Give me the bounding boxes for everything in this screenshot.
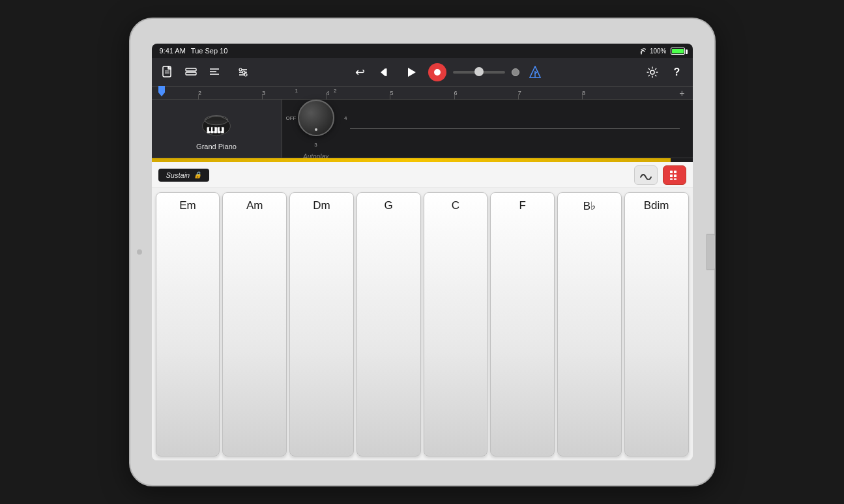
wifi-icon bbox=[637, 48, 646, 55]
timeline-content bbox=[350, 106, 680, 151]
chord-label-7: Bdim bbox=[644, 199, 669, 212]
svg-marker-22 bbox=[158, 86, 165, 96]
battery-pct: 100% bbox=[650, 48, 667, 55]
svg-rect-37 bbox=[674, 175, 677, 177]
chord-label-3: G bbox=[385, 199, 393, 212]
toolbar-center: ↩ bbox=[256, 62, 639, 83]
knob-label-off: OFF bbox=[286, 115, 297, 121]
tick-5 bbox=[454, 94, 455, 100]
chord-key-6[interactable]: B♭ bbox=[557, 192, 622, 456]
mixer-button[interactable] bbox=[234, 63, 252, 81]
svg-point-12 bbox=[239, 68, 242, 71]
svg-rect-35 bbox=[674, 171, 677, 173]
svg-point-13 bbox=[242, 71, 245, 74]
progress-bar-fill bbox=[152, 158, 671, 162]
home-button[interactable] bbox=[706, 234, 716, 270]
chord-label-5: F bbox=[519, 199, 525, 212]
status-left: 9:41 AM Tue Sep 10 bbox=[160, 47, 228, 55]
help-button[interactable]: ? bbox=[668, 63, 686, 81]
tick-2 bbox=[262, 94, 263, 100]
svg-marker-15 bbox=[381, 68, 385, 76]
chord-key-1[interactable]: Am bbox=[222, 192, 287, 456]
play-button[interactable] bbox=[401, 62, 422, 83]
track-view-button[interactable] bbox=[182, 63, 200, 81]
volume-slider[interactable] bbox=[453, 71, 505, 74]
knob-container: 1 2 OFF 3 4 bbox=[295, 97, 337, 139]
knob-label-2: 2 bbox=[334, 88, 336, 94]
track-row: Grand Piano 1 2 OFF 3 4 bbox=[152, 100, 693, 158]
toolbar-right: ? bbox=[643, 63, 686, 81]
ruler: 2 3 4 5 6 7 8 + bbox=[152, 87, 693, 100]
svg-rect-32 bbox=[220, 127, 222, 131]
track-name: Grand Piano bbox=[196, 143, 237, 150]
svg-point-21 bbox=[650, 70, 654, 74]
knob-dot bbox=[315, 128, 317, 131]
status-date: Tue Sep 10 bbox=[191, 47, 227, 55]
ipad-screen: 9:41 AM Tue Sep 10 100% bbox=[152, 44, 693, 460]
svg-marker-17 bbox=[408, 68, 416, 77]
sustain-button[interactable]: Sustain 🔒 bbox=[158, 169, 210, 182]
svg-rect-34 bbox=[670, 171, 673, 173]
status-right: 100% bbox=[637, 48, 685, 55]
volume-circle bbox=[512, 68, 519, 76]
tick-1 bbox=[198, 94, 199, 100]
tick-4 bbox=[390, 94, 390, 100]
volume-thumb bbox=[474, 67, 484, 76]
toolbar: ↩ bbox=[152, 58, 693, 87]
svg-rect-31 bbox=[212, 127, 214, 131]
ipad-frame: 9:41 AM Tue Sep 10 100% bbox=[129, 18, 716, 486]
track-header[interactable]: Grand Piano bbox=[152, 100, 282, 158]
chord-label-1: Am bbox=[246, 199, 263, 212]
knob-label-4: 4 bbox=[344, 115, 347, 121]
timeline-line bbox=[350, 128, 680, 129]
battery-fill bbox=[672, 49, 684, 53]
knob-labels: 1 2 bbox=[295, 88, 337, 94]
chord-label-4: C bbox=[452, 199, 459, 212]
arpeggio-button[interactable] bbox=[634, 165, 658, 185]
section-button[interactable] bbox=[205, 63, 224, 81]
knob-label-3: 3 bbox=[314, 142, 317, 148]
chord-key-5[interactable]: F bbox=[490, 192, 555, 456]
rewind-button[interactable] bbox=[376, 63, 394, 81]
toolbar-left bbox=[158, 63, 224, 81]
svg-rect-5 bbox=[186, 72, 196, 75]
chord-key-3[interactable]: G bbox=[357, 192, 421, 456]
chord-key-7[interactable]: Bdim bbox=[624, 192, 689, 456]
lock-icon: 🔒 bbox=[194, 171, 201, 178]
status-bar: 9:41 AM Tue Sep 10 100% bbox=[152, 44, 693, 58]
battery-icon bbox=[671, 48, 685, 55]
metronome-button[interactable] bbox=[526, 63, 544, 81]
svg-point-14 bbox=[244, 74, 247, 76]
playhead-icon bbox=[158, 86, 165, 96]
sustain-label: Sustain bbox=[166, 171, 190, 179]
track-content: 1 2 OFF 3 4 Autoplay bbox=[282, 100, 693, 158]
chord-grid-button[interactable] bbox=[663, 165, 686, 185]
controls-row: Sustain 🔒 bbox=[152, 162, 693, 188]
progress-bar-row bbox=[152, 158, 693, 162]
undo-button[interactable]: ↩ bbox=[351, 63, 370, 81]
svg-rect-16 bbox=[385, 68, 387, 76]
chord-key-0[interactable]: Em bbox=[156, 192, 220, 456]
tick-7 bbox=[582, 94, 583, 100]
svg-rect-36 bbox=[670, 175, 673, 177]
svg-rect-4 bbox=[186, 68, 196, 71]
chord-label-6: B♭ bbox=[583, 199, 596, 213]
svg-rect-38 bbox=[670, 178, 673, 180]
chord-label-2: Dm bbox=[313, 199, 330, 212]
chord-label-0: Em bbox=[179, 199, 196, 212]
new-song-button[interactable] bbox=[158, 63, 177, 81]
tick-6 bbox=[518, 94, 519, 100]
knob-label-1: 1 bbox=[295, 88, 298, 94]
svg-point-0 bbox=[641, 53, 642, 54]
svg-rect-39 bbox=[674, 178, 677, 180]
autoplay-knob[interactable] bbox=[298, 100, 334, 136]
autoplay-section: 1 2 OFF 3 4 Autoplay bbox=[295, 97, 337, 160]
add-section-button[interactable]: + bbox=[679, 88, 684, 98]
chord-key-4[interactable]: C bbox=[424, 192, 488, 456]
status-time: 9:41 AM bbox=[160, 47, 186, 55]
controls-right bbox=[634, 165, 686, 185]
chord-key-2[interactable]: Dm bbox=[289, 192, 354, 456]
chords-area: EmAmDmGCFB♭Bdim bbox=[152, 188, 693, 460]
settings-button[interactable] bbox=[643, 63, 662, 81]
record-button[interactable] bbox=[428, 63, 446, 81]
